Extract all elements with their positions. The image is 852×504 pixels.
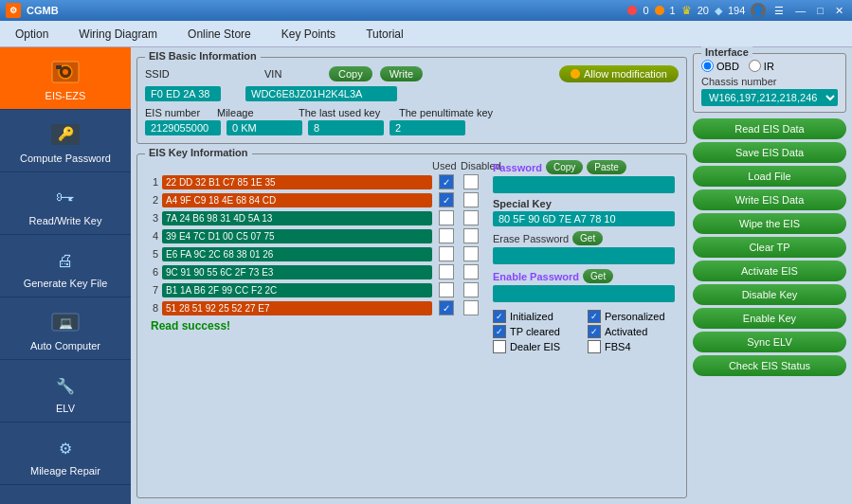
toggle-dot <box>571 69 580 79</box>
obd-label: OBD <box>716 61 739 72</box>
vin-write-button[interactable]: Write <box>380 66 423 81</box>
counter-0: 0 <box>643 5 648 16</box>
erase-password-get-button[interactable]: Get <box>572 231 603 245</box>
hamburger-icon[interactable]: ☰ <box>771 5 787 17</box>
svg-rect-3 <box>56 65 62 69</box>
sync-elv-button[interactable]: Sync ELV <box>693 332 846 352</box>
cb-fbs4[interactable] <box>588 340 601 353</box>
menu-keypoints[interactable]: Key Points <box>276 24 341 45</box>
menu-wiring[interactable]: Wiring Diagram <box>73 24 163 45</box>
allow-modification-button[interactable]: Allow modification <box>559 65 679 82</box>
key-disabled-7[interactable] <box>461 282 481 297</box>
key-disabled-3[interactable] <box>461 210 481 225</box>
key-used-2[interactable] <box>436 192 457 207</box>
key-table: Used Disabled 1 22 DD 32 B1 C7 85 1E 35 … <box>145 160 481 492</box>
key-used-3[interactable] <box>436 210 457 225</box>
special-key-value: 80 5F 90 6D 7E A7 78 10 <box>493 211 675 226</box>
cb-tp-cleared[interactable] <box>493 325 506 338</box>
cb-personalized[interactable] <box>588 310 601 323</box>
auto-computer-icon: 💻 <box>46 305 84 338</box>
clear-tp-button[interactable]: Clear TP <box>693 237 846 258</box>
password-paste-button[interactable]: Paste <box>587 160 626 174</box>
enable-password-value <box>493 285 675 302</box>
key-used-5[interactable] <box>436 246 457 261</box>
sidebar-label-eis-ezs: EIS-EZS <box>45 90 86 101</box>
enable-password-get-button[interactable]: Get <box>583 269 613 283</box>
key-disabled-4[interactable] <box>461 228 481 243</box>
key-disabled-6[interactable] <box>461 264 481 279</box>
maximize-button[interactable]: □ <box>814 5 826 16</box>
interface-box: Interface OBD IR Chassis number W166,197… <box>693 53 846 113</box>
sidebar-item-read-write-key[interactable]: 🗝 Read/Write Key <box>0 172 131 235</box>
save-eis-data-button[interactable]: Save EIS Data <box>693 142 846 163</box>
key-hex-7: B1 1A B6 2F 99 CC F2 2C <box>162 283 432 297</box>
wipe-eis-button[interactable]: Wipe the EIS <box>693 213 846 234</box>
status-personalized-label: Personalized <box>605 311 665 322</box>
status-tp-cleared-label: TP cleared <box>510 326 560 337</box>
close-button[interactable]: ✕ <box>832 5 846 17</box>
key-disabled-5[interactable] <box>461 246 481 261</box>
mileage-repair-icon: ⚙ <box>46 430 84 463</box>
enable-key-button[interactable]: Enable Key <box>693 308 846 329</box>
sidebar-item-eis-ezs[interactable]: EIS-EZS <box>0 47 131 110</box>
key-hex-8: 51 28 51 92 25 52 27 E7 <box>162 301 432 315</box>
menu-option[interactable]: Option <box>9 24 54 45</box>
eis-basic-title: EIS Basic Information <box>145 50 261 62</box>
key-disabled-1[interactable] <box>461 174 481 189</box>
svg-point-2 <box>63 69 68 75</box>
sidebar-item-mileage-repair[interactable]: ⚙ Mileage Repair <box>0 423 131 485</box>
key-used-7[interactable] <box>436 282 457 297</box>
key-disabled-2[interactable] <box>461 192 481 207</box>
penultimate-label: The penultimate key <box>399 107 493 118</box>
table-row: 1 22 DD 32 B1 C7 85 1E 35 <box>145 174 481 189</box>
menu-store[interactable]: Online Store <box>182 24 257 45</box>
radio-obd-input[interactable] <box>701 60 714 72</box>
key-used-1[interactable] <box>436 174 457 189</box>
key-hex-5: E6 FA 9C 2C 68 38 01 26 <box>162 247 432 261</box>
minimize-button[interactable]: — <box>792 5 808 16</box>
table-row: 2 A4 9F C9 18 4E 68 84 CD <box>145 192 481 207</box>
svg-text:🔧: 🔧 <box>56 377 75 395</box>
sidebar-item-auto-computer[interactable]: 💻 Auto Computer <box>0 297 131 360</box>
tb-crown-icon: ♛ <box>681 4 692 17</box>
user-icon[interactable]: 👤 <box>751 3 766 18</box>
read-write-key-icon: 🗝 <box>46 180 84 213</box>
password-copy-button[interactable]: Copy <box>546 160 583 174</box>
status-initialized-label: Initialized <box>510 311 553 322</box>
eis-basic-panel: EIS Basic Information SSID VIN Copy Writ… <box>136 57 687 144</box>
key-disabled-8[interactable] <box>461 300 481 315</box>
cb-activated[interactable] <box>588 325 601 338</box>
mileage-label: Mileage <box>217 107 293 118</box>
generate-key-file-icon: 🖨 <box>46 243 84 276</box>
load-file-button[interactable]: Load File <box>693 166 846 187</box>
eis-number-label: EIS number <box>145 107 211 118</box>
sidebar-item-compute-password[interactable]: 🔑 Compute Password <box>0 110 131 172</box>
cb-initialized[interactable] <box>493 310 506 323</box>
key-used-8[interactable] <box>436 300 457 315</box>
key-used-6[interactable] <box>436 264 457 279</box>
key-used-4[interactable] <box>436 228 457 243</box>
check-eis-status-button[interactable]: Check EIS Status <box>693 355 846 376</box>
key-hex-3: 7A 24 B6 98 31 4D 5A 13 <box>162 211 432 225</box>
sidebar-label-mileage-repair: Mileage Repair <box>30 465 100 477</box>
radio-ir[interactable]: IR <box>749 60 774 72</box>
cb-dealer-eis[interactable] <box>493 340 506 353</box>
vin-label: VIN <box>264 68 321 80</box>
write-eis-data-button[interactable]: Write EIS Data <box>693 189 846 210</box>
eis-ezs-icon <box>46 55 84 88</box>
chassis-select[interactable]: W166,197,212,218,246 <box>701 89 838 106</box>
activate-eis-button[interactable]: Activate EIS <box>693 261 846 281</box>
disable-key-button[interactable]: Disable Key <box>693 284 846 305</box>
vin-copy-button[interactable]: Copy <box>329 66 372 81</box>
radio-obd[interactable]: OBD <box>701 60 739 72</box>
svg-text:🔑: 🔑 <box>58 126 75 142</box>
menu-tutorial[interactable]: Tutorial <box>360 24 409 45</box>
key-hex-6: 9C 91 90 55 6C 2F 73 E3 <box>162 265 432 279</box>
dot-red <box>627 6 637 15</box>
sidebar-item-elv[interactable]: 🔧 ELV <box>0 360 131 423</box>
read-eis-data-button[interactable]: Read EIS Data <box>693 118 846 139</box>
sidebar-item-generate-key-file[interactable]: 🖨 Generate Key File <box>0 235 131 297</box>
password-label: Password <box>493 162 542 173</box>
table-row: 4 39 E4 7C D1 00 C5 07 75 <box>145 228 481 243</box>
radio-ir-input[interactable] <box>749 60 761 72</box>
